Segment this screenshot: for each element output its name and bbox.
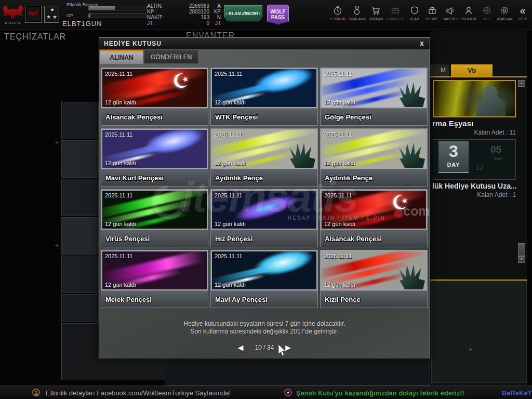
gift-name-label: Aydınlık Pençe [211,169,317,186]
shop-item-image[interactable] [433,80,516,117]
currency-unit: KP [210,9,221,15]
gift-item[interactable]: 2025.11.11 12 gün kaldı Aydınlık Pençe [210,128,318,187]
currency-row: KP :2803120KP [147,9,220,15]
nav-label: PROFİLİM [460,17,476,21]
nav-item-hediye[interactable]: HEDİYE [425,5,440,28]
gift-item[interactable]: 2025.11.11 12 gün kaldı Mavi Kurt Pençes… [101,128,208,187]
tab-gonderilen[interactable]: GÖNDERİLEN [144,50,198,64]
nav-item-etkinlik[interactable]: ETKİNLİK [330,5,345,28]
person-badge-icon [32,389,40,396]
equip-slot[interactable] [61,140,99,178]
plus-icon: + [55,139,59,147]
gift-days-left: 12 gün kaldı [105,282,136,288]
currency-label: NAKİT: [147,15,170,20]
right-tab-partial[interactable]: M [430,64,449,76]
gold-divider [430,76,527,77]
nav-item-geri[interactable]: «GERİ [515,5,530,28]
gift-item[interactable]: 2025.11.11 12 gün kaldı Virüs Pençesi [101,189,208,247]
shop-item-name: lük Hediye Kutusu Uza... [432,182,517,190]
right-panel-lower [431,281,527,383]
nav-label: SIRALAMA [349,17,366,21]
faint-number: 12 [476,164,483,171]
gift-date: 2025.11.11 [105,71,132,77]
back-icon: « [520,5,525,16]
nav-item-klan[interactable]: KLAN [407,5,422,28]
nav-label: ENVANTER [386,17,404,21]
gift-name-label: Kızıl Pençe [321,290,427,308]
nav-item-profilim[interactable]: PROFİLİM [460,5,476,28]
gift-date: 2025.11.11 [215,71,242,77]
gift-name-label: Virüs Pençesi [101,230,208,247]
currency-value: 0 [171,20,209,26]
gift-days-left: 12 gün kaldı [105,221,136,227]
gift-item[interactable]: 2025.11.11 12 gün kaldı Hız Pençesi [210,189,318,247]
nav-item-envanter[interactable]: ENVANTER [386,5,404,28]
gift-item[interactable]: 2025.11.11 12 gün kaldı Gölge Pençesi [320,68,428,126]
gift-item[interactable]: ☪ 2025.11.11 12 gün kaldı Alsancak Pençe… [320,189,428,247]
currency-unit: JT [210,20,221,26]
gift-image: 2025.11.11 12 gün kaldı [211,129,317,169]
game-screen: DİRİLİŞ ★ ★ ★ Etkinlik Bonusu GP ELBT1GU… [0,0,532,399]
tab-alinan[interactable]: ALINAN [100,50,143,64]
equip-slot[interactable] [61,179,99,216]
status-bar: Etkinlik detayları Facebook.com/Wolfteam… [0,385,532,399]
gift-date: 2025.11.11 [215,131,242,138]
gift-item[interactable]: 2025.11.11 12 gün kaldı Mavi Ay Pençesi [210,250,318,308]
gift-days-left: 12 gün kaldı [105,99,136,105]
star-icon: ★ [52,15,57,20]
currency-value: 2803120 [171,9,209,15]
clan-emblem-icon[interactable] [25,6,42,23]
nav-label: KLAN [410,17,419,21]
cart-icon [370,5,381,16]
gift-name-label: Mavi Ay Pençesi [211,290,317,308]
nav-item-haberci[interactable]: HABERCİ [443,5,458,28]
right-tab-vb[interactable]: Vb [451,64,493,76]
equip-slot[interactable] [61,102,99,139]
prev-page-icon[interactable]: ◀ [238,343,244,352]
gift-icon [427,5,437,16]
gift-image: ☪ 2025.11.11 12 gün kaldı [101,68,208,108]
shop-item-image[interactable]: 3 DAY 05 DAY 12 [433,139,516,180]
equip-slot[interactable] [61,256,99,293]
gift-name-label: Aydınlık Pençe [321,169,427,186]
gift-date: 2025.11.11 [324,192,352,198]
day-label: DAY [438,162,469,168]
gift-image: 2025.11.11 12 gün kaldı [101,250,208,290]
equip-slot[interactable] [61,294,99,322]
gift-days-left: 12 gün kaldı [215,282,246,288]
gp-bar [88,14,147,18]
bottom-background-panel [165,357,430,385]
scroll-up-button[interactable]: ▲ [518,80,525,87]
gift-date: 2025.11.11 [324,71,352,77]
top-bar: DİRİLİŞ ★ ★ ★ Etkinlik Bonusu GP ELBT1GU… [0,0,532,30]
scrollbar-thumb[interactable] [518,243,525,256]
gift-item[interactable]: 2025.11.11 12 gün kaldı Melek Pençesi [101,250,208,308]
gift-item[interactable]: ☪ 2025.11.11 12 gün kaldı Alsancak Pençe… [101,68,208,126]
plus-icon: + [55,242,59,249]
dialog-header[interactable]: HEDİYE KUTUSU X [99,38,430,49]
gift-item[interactable]: 2025.11.11 12 gün kaldı WTK Pençesi [210,68,318,126]
gp-label: GP [66,13,73,18]
gift-item[interactable]: 2025.11.11 12 gün kaldı Kızıl Pençe [320,250,428,308]
currency-unit: N [210,15,221,20]
nav-item-siralama[interactable]: SIRALAMA [349,5,366,28]
nav-item-web[interactable]: WEB [480,5,494,28]
hediye-kutusu-dialog: HEDİYE KUTUSU X ALINAN GÖNDERİLEN ☪ 2025… [99,37,430,358]
currency-value: 193 [171,15,209,20]
footer-line1: Hediye kutusundaki eşyaların süresi 7 gü… [99,320,430,328]
close-icon[interactable]: X [418,39,426,48]
wolf-pass-button[interactable]: WOLF PASS [267,5,289,24]
klan-zinciri-button[interactable]: › KLAN ZİNCİRİ ‹ [224,5,262,21]
gift-item[interactable]: 2025.11.11 12 gün kaldı Aydınlık Pençe [320,128,428,187]
nav-item-ayarlar[interactable]: AYARLAR [497,5,512,28]
nav-item-dukkan[interactable]: DÜKKAN [368,5,383,28]
megaphone-icon [445,5,455,16]
equip-slot[interactable] [61,217,99,255]
gift-date: 2025.11.11 [215,253,242,259]
nav-label: ETKİNLİK [330,17,345,21]
status-left-text: Etkinlik detayları Facebook.com/Wolfteam… [46,389,231,397]
gift-date: 2025.11.11 [215,192,242,198]
scroll-down-button[interactable]: ▼ [518,256,525,263]
techizatlar-title: TEÇHİZATLAR [4,32,66,42]
dialog-tabs: ALINAN GÖNDERİLEN [100,50,198,64]
